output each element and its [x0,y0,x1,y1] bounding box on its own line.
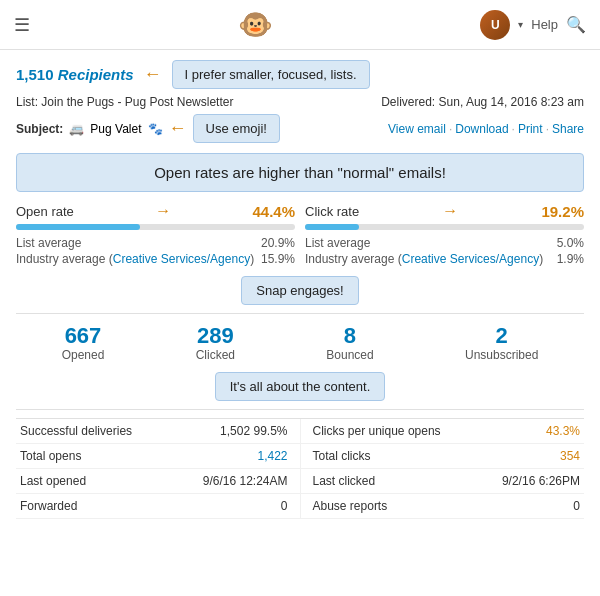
click-rate-label: Click rate [305,204,359,219]
open-rate-value: 44.4% [252,203,295,220]
open-rates-callout: Open rates are higher than "normal" emai… [16,153,584,192]
bounced-number: 8 [326,324,373,348]
clicked-label: Clicked [196,348,235,362]
detail-val-left: 1,422 [257,449,287,463]
user-avatar[interactable]: U [480,10,510,40]
clicked-number: 289 [196,324,235,348]
header-left: ☰ [14,14,30,36]
subject-text: Pug Valet [90,122,141,136]
detail-key-left: Total opens [20,449,81,463]
help-link[interactable]: Help [531,17,558,32]
click-rate-progress-fill [305,224,359,230]
detail-val-right: 43.3% [546,424,580,438]
detail-col-left: Total opens 1,422 [16,444,301,468]
delivered-label: Delivered: [381,95,435,109]
detail-key-right: Total clicks [313,449,371,463]
open-rate-label: Open rate [16,204,74,219]
stat-bounced: 8 Bounced [326,324,373,362]
hamburger-menu-icon[interactable]: ☰ [14,14,30,36]
detail-col-left: Forwarded 0 [16,494,301,518]
click-rate-list-avg: List average 5.0% [305,236,584,250]
main-content: 1,510 Recipients ← I prefer smaller, foc… [0,50,600,529]
subject-arrow: ← [169,118,187,139]
detail-val-right: 9/2/16 6:26PM [502,474,580,488]
list-info-left: List: Join the Pugs - Pug Post Newslette… [16,95,233,109]
subject-row: Subject: 🚐 Pug Valet 🐾 ← Use emoji! View… [16,114,584,143]
detail-key-right: Abuse reports [313,499,388,513]
open-rate-list-avg-value: 20.9% [261,236,295,250]
detail-val-right: 0 [573,499,580,513]
unsubscribed-number: 2 [465,324,538,348]
click-rate-col: Click rate → 19.2% List average 5.0% Ind… [305,202,584,268]
click-rate-header: Click rate → 19.2% [305,202,584,220]
open-rate-progress-fill [16,224,140,230]
table-row: Successful deliveries 1,502 99.5% Clicks… [16,419,584,444]
open-rate-industry-link[interactable]: Creative Services/Agency [113,252,250,266]
open-rate-col: Open rate → 44.4% List average 20.9% Ind… [16,202,295,268]
metrics-row: Open rate → 44.4% List average 20.9% Ind… [16,202,584,268]
content-callout: It's all about the content. [215,372,386,401]
opened-label: Opened [62,348,105,362]
detail-col-right: Total clicks 354 [301,444,585,468]
subject-emoji1: 🚐 [69,122,84,136]
detail-key-right: Clicks per unique opens [313,424,441,438]
open-rate-arrow: → [155,202,171,220]
stat-clicked: 289 Clicked [196,324,235,362]
open-rate-list-avg: List average 20.9% [16,236,295,250]
detail-col-right: Last clicked 9/2/16 6:26PM [301,469,585,493]
chevron-down-icon[interactable]: ▾ [518,19,523,30]
opened-number: 667 [62,324,105,348]
action-links: View email · Download · Print · Share [388,122,584,136]
click-rate-value: 19.2% [541,203,584,220]
search-icon[interactable]: 🔍 [566,15,586,34]
divider-1 [16,313,584,314]
detail-val-left: 9/6/16 12:24AM [203,474,288,488]
detail-col-right: Clicks per unique opens 43.3% [301,419,585,443]
click-rate-industry-label: Industry average (Creative Services/Agen… [305,252,543,266]
content-callout-wrap: It's all about the content. [16,372,584,401]
table-row: Last opened 9/6/16 12:24AM Last clicked … [16,469,584,494]
bounced-label: Bounced [326,348,373,362]
open-rate-industry-label: Industry average (Creative Services/Agen… [16,252,254,266]
list-info-row: List: Join the Pugs - Pug Post Newslette… [16,95,584,112]
detail-val-left: 1,502 99.5% [220,424,287,438]
view-email-link[interactable]: View email [388,122,446,136]
share-link[interactable]: Share [552,122,584,136]
open-rate-list-avg-label: List average [16,236,81,250]
stat-opened: 667 Opened [62,324,105,362]
header-center: 🐵 [30,8,480,41]
snap-callout-wrap: Snap engages! [16,276,584,305]
print-link[interactable]: Print [518,122,543,136]
subject-label: Subject: [16,122,63,136]
unsubscribed-label: Unsubscribed [465,348,538,362]
detail-key-left: Successful deliveries [20,424,132,438]
click-rate-list-avg-label: List average [305,236,370,250]
list-label: List: [16,95,38,109]
detail-col-left: Successful deliveries 1,502 99.5% [16,419,301,443]
download-link[interactable]: Download [455,122,508,136]
list-name: Join the Pugs - Pug Post Newsletter [41,95,233,109]
table-row: Forwarded 0 Abuse reports 0 [16,494,584,519]
detail-table: Successful deliveries 1,502 99.5% Clicks… [16,418,584,519]
detail-key-left: Forwarded [20,499,77,513]
stats-boxes: 667 Opened 289 Clicked 8 Bounced 2 Unsub… [16,324,584,362]
open-rate-industry-value: 15.9% [261,252,295,266]
detail-col-right: Abuse reports 0 [301,494,585,518]
click-rate-industry-avg: Industry average (Creative Services/Agen… [305,252,584,266]
detail-val-right: 354 [560,449,580,463]
click-rate-list-avg-value: 5.0% [557,236,584,250]
header-right: U ▾ Help 🔍 [480,10,586,40]
recipients-callout: I prefer smaller, focused, lists. [172,60,370,89]
recipients-count: 1,510 Recipients [16,66,134,83]
click-rate-industry-link[interactable]: Creative Services/Agency [402,252,539,266]
open-rate-header: Open rate → 44.4% [16,202,295,220]
detail-key-right: Last clicked [313,474,376,488]
open-rate-industry-avg: Industry average (Creative Services/Agen… [16,252,295,266]
emoji-callout: Use emoji! [193,114,280,143]
click-rate-progress-bg [305,224,584,230]
snap-callout: Snap engages! [241,276,358,305]
click-rate-arrow: → [442,202,458,220]
detail-col-left: Last opened 9/6/16 12:24AM [16,469,301,493]
recipients-row: 1,510 Recipients ← I prefer smaller, foc… [16,60,584,89]
app-header: ☰ 🐵 U ▾ Help 🔍 [0,0,600,50]
